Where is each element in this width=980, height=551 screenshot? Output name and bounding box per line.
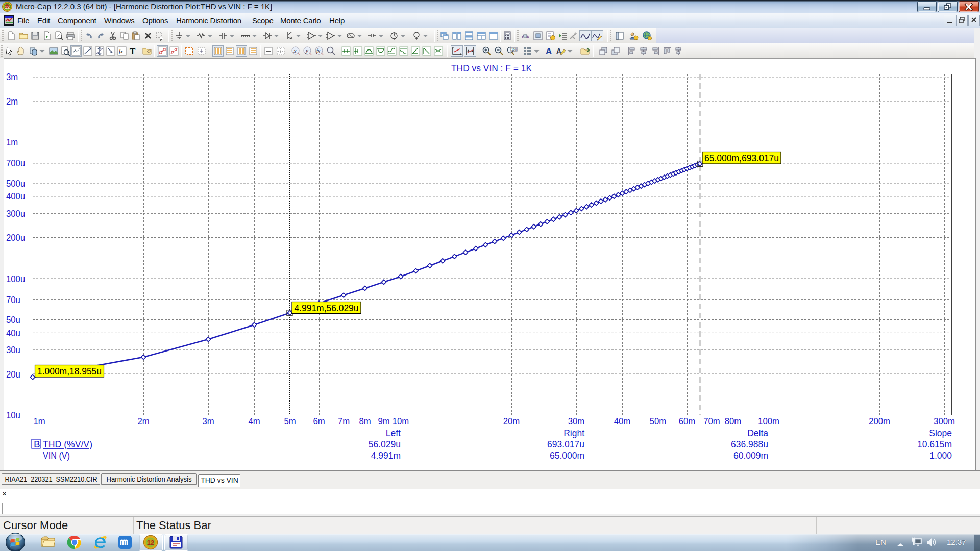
svg-text:1m: 1m <box>33 416 45 427</box>
svg-text:6m: 6m <box>313 416 325 427</box>
svg-text:1.000m,18.955u: 1.000m,18.955u <box>37 366 102 377</box>
svg-text:12: 12 <box>147 539 154 546</box>
svg-text:300u: 300u <box>6 208 25 219</box>
svg-text:400u: 400u <box>6 191 25 202</box>
svg-text:65.000m: 65.000m <box>550 450 584 461</box>
svg-text:x: x <box>293 47 297 54</box>
svg-text:5m: 5m <box>284 416 296 427</box>
svg-text:y: y <box>305 47 308 54</box>
svg-text:50m: 50m <box>650 416 667 427</box>
svg-text:500u: 500u <box>6 178 25 189</box>
svg-text:THD vs VIN : F = 1K: THD vs VIN : F = 1K <box>451 63 532 73</box>
svg-text:3m: 3m <box>6 71 18 82</box>
svg-text:THD (%V/V): THD (%V/V) <box>43 439 92 449</box>
svg-text:4.991m,56.029u: 4.991m,56.029u <box>295 303 359 313</box>
svg-text:56.029u: 56.029u <box>369 439 401 449</box>
svg-text:Slope: Slope <box>929 428 952 438</box>
svg-text:12: 12 <box>5 5 10 10</box>
svg-text:30u: 30u <box>6 344 20 355</box>
svg-text:100u: 100u <box>6 273 25 284</box>
svg-text:65.000m,693.017u: 65.000m,693.017u <box>704 153 779 163</box>
svg-text:VIN (V): VIN (V) <box>43 450 70 461</box>
svg-text:300m: 300m <box>934 416 955 427</box>
svg-text:Left: Left <box>386 428 401 438</box>
svg-text:40m: 40m <box>614 416 631 427</box>
svg-text:70u: 70u <box>6 294 20 305</box>
svg-text:fx: fx <box>119 48 123 54</box>
svg-text:1m: 1m <box>6 137 18 147</box>
svg-text:200u: 200u <box>6 232 25 243</box>
svg-text:20u: 20u <box>6 369 20 380</box>
svg-text:60m: 60m <box>679 416 696 427</box>
svg-text:700u: 700u <box>6 158 25 168</box>
svg-text:Right: Right <box>564 428 584 438</box>
svg-text:80m: 80m <box>725 416 742 427</box>
svg-text:3m: 3m <box>202 416 214 427</box>
svg-text:A: A <box>546 46 552 56</box>
svg-text:T: T <box>130 46 136 56</box>
svg-text:20m: 20m <box>503 416 520 427</box>
svg-text:50u: 50u <box>6 314 20 325</box>
svg-text:4m: 4m <box>248 416 260 427</box>
svg-text:4.991m: 4.991m <box>371 450 401 461</box>
svg-text:10u: 10u <box>6 410 20 420</box>
svg-text:10m: 10m <box>393 416 409 427</box>
svg-text:60.009m: 60.009m <box>733 450 768 461</box>
svg-text:40u: 40u <box>6 328 20 338</box>
svg-text:200m: 200m <box>869 416 890 427</box>
svg-text:8m: 8m <box>359 416 371 427</box>
svg-text:100: 100 <box>511 48 517 51</box>
svg-text:30m: 30m <box>568 416 585 427</box>
svg-text:9m: 9m <box>378 416 389 427</box>
svg-text:100m: 100m <box>758 416 779 427</box>
svg-text:636.988u: 636.988u <box>731 439 768 449</box>
svg-text:B: B <box>34 439 40 449</box>
svg-text:7m: 7m <box>338 416 350 427</box>
svg-text:70m: 70m <box>703 416 720 427</box>
svg-text:Delta: Delta <box>747 428 768 438</box>
svg-text:2m: 2m <box>137 416 149 427</box>
svg-text:fx: fx <box>316 48 321 54</box>
svg-text:10.615m: 10.615m <box>917 439 952 449</box>
svg-text:1.000: 1.000 <box>929 450 952 461</box>
svg-text:693.017u: 693.017u <box>547 439 584 449</box>
svg-text:2m: 2m <box>6 96 18 107</box>
